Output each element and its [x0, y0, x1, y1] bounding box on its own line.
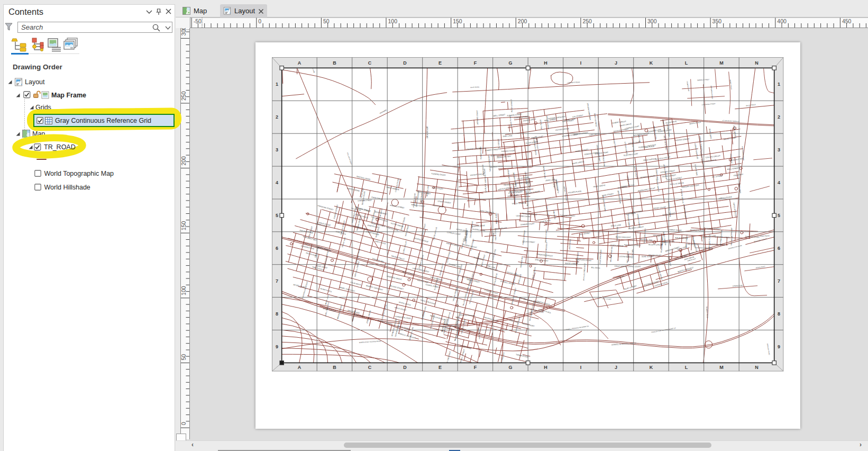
svg-text:8: 8 — [778, 311, 780, 317]
svg-text:G: G — [509, 60, 513, 66]
svg-text:H: H — [544, 60, 548, 66]
svg-text:200: 200 — [518, 18, 527, 24]
svg-text:J: J — [615, 365, 617, 370]
svg-text:E: E — [438, 60, 442, 66]
svg-text:J: J — [615, 60, 617, 66]
svg-text:I: I — [580, 60, 582, 66]
svg-text:250: 250 — [582, 18, 592, 24]
svg-text:ROCKLEA STREET: ROCKLEA STREET — [705, 228, 720, 230]
svg-text:C: C — [368, 365, 372, 370]
svg-text:K: K — [650, 60, 653, 66]
svg-text:0: 0 — [180, 422, 187, 425]
svg-text:K: K — [650, 365, 653, 370]
svg-text:100: 100 — [388, 18, 398, 24]
svg-text:9: 9 — [778, 344, 780, 349]
svg-text:400: 400 — [777, 18, 787, 24]
svg-text:D: D — [404, 60, 407, 66]
svg-text:M: M — [719, 60, 723, 66]
svg-text:PORTER ROAD: PORTER ROAD — [480, 147, 482, 160]
svg-text:250: 250 — [180, 91, 187, 101]
svg-text:0: 0 — [258, 18, 261, 24]
svg-text:A: A — [298, 60, 301, 66]
svg-text:3: 3 — [778, 147, 780, 152]
svg-text:350: 350 — [712, 18, 722, 24]
svg-text:2: 2 — [778, 115, 780, 120]
svg-text:4: 4 — [276, 180, 278, 185]
svg-text:1: 1 — [778, 82, 780, 87]
svg-text:HAZEL ROAD: HAZEL ROAD — [495, 213, 498, 224]
svg-text:5: 5 — [778, 213, 780, 218]
svg-text:E: E — [438, 365, 442, 370]
svg-text:6: 6 — [276, 246, 278, 251]
svg-text:N: N — [755, 60, 759, 66]
svg-text:LUCINA WAY: LUCINA WAY — [730, 227, 733, 238]
svg-text:F: F — [474, 60, 477, 66]
svg-text:B: B — [333, 60, 337, 66]
svg-text:6: 6 — [778, 246, 780, 251]
svg-text:300: 300 — [647, 18, 657, 24]
svg-text:2: 2 — [276, 115, 278, 120]
svg-text:A: A — [298, 365, 301, 370]
svg-text:C: C — [368, 60, 372, 66]
svg-text:D: D — [404, 365, 407, 370]
svg-text:200: 200 — [180, 156, 187, 166]
svg-text:150: 150 — [453, 18, 462, 24]
svg-text:1: 1 — [276, 82, 278, 87]
svg-text:50: 50 — [323, 18, 330, 24]
svg-text:9: 9 — [276, 344, 278, 349]
svg-text:N: N — [755, 365, 759, 370]
svg-text:100: 100 — [180, 286, 187, 295]
svg-text:B: B — [333, 365, 337, 370]
svg-text:L: L — [685, 365, 688, 370]
svg-text:50: 50 — [180, 354, 187, 360]
svg-text:150: 150 — [180, 221, 187, 231]
svg-text:7: 7 — [276, 278, 278, 284]
svg-text:HAIGH GROVE: HAIGH GROVE — [615, 265, 627, 268]
svg-text:CHAPEL COURT: CHAPEL COURT — [627, 266, 641, 268]
svg-text:G: G — [509, 365, 513, 370]
svg-text:300: 300 — [180, 28, 187, 35]
svg-text:5: 5 — [276, 213, 278, 218]
svg-text:LATROBE ROAD: LATROBE ROAD — [426, 126, 428, 139]
svg-text:8: 8 — [276, 311, 278, 317]
svg-text:3: 3 — [276, 147, 278, 152]
svg-text:M: M — [719, 365, 723, 370]
svg-text:I: I — [580, 365, 582, 370]
svg-text:DUKE STREET: DUKE STREET — [642, 256, 654, 258]
svg-text:H: H — [544, 365, 548, 370]
svg-text:-50: -50 — [194, 18, 202, 24]
svg-text:450: 450 — [842, 18, 852, 24]
svg-text:7: 7 — [778, 278, 780, 284]
svg-text:LEWIS ROAD: LEWIS ROAD — [760, 235, 770, 238]
svg-text:McLEAN CIRCUIT: McLEAN CIRCUIT — [648, 243, 663, 246]
svg-text:L: L — [685, 60, 688, 66]
svg-text:4: 4 — [778, 180, 780, 185]
svg-text:F: F — [474, 365, 477, 370]
